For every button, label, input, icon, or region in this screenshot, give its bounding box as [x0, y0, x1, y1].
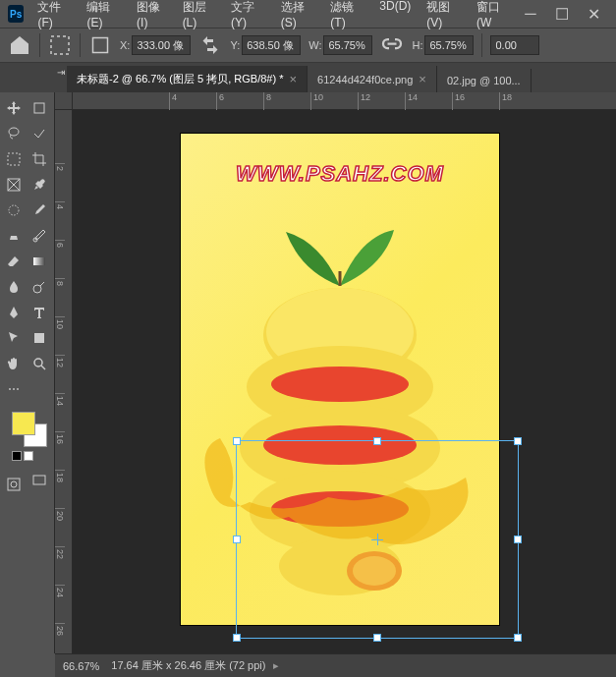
ruler-tick: 18	[55, 470, 65, 508]
swap-xy-icon[interactable]	[198, 33, 222, 57]
document-dimensions[interactable]: 17.64 厘米 x 26.46 厘米 (72 ppi) ▸	[111, 658, 278, 673]
reference-point-icon[interactable]	[88, 33, 112, 57]
dodge-tool[interactable]	[28, 275, 51, 299]
ruler-tick: 6	[216, 92, 263, 110]
w-field: W:	[308, 35, 372, 55]
svg-rect-8	[33, 257, 45, 265]
ruler-tick: 12	[358, 92, 405, 110]
transform-handle-mr[interactable]	[514, 536, 522, 543]
transform-handle-br[interactable]	[514, 634, 522, 642]
menu-filter[interactable]: 滤镜(T)	[324, 0, 369, 33]
menu-3d[interactable]: 3D(D)	[373, 0, 417, 33]
move-tool[interactable]	[2, 96, 26, 120]
menu-type[interactable]: 文字(Y)	[225, 0, 271, 33]
menu-view[interactable]: 视图(V)	[420, 0, 467, 33]
gradient-tool[interactable]	[28, 250, 51, 273]
path-select-tool[interactable]	[2, 326, 26, 350]
edit-toolbar[interactable]: ⋯	[2, 377, 26, 401]
w-input[interactable]	[323, 35, 372, 55]
ruler-tick: 10	[310, 92, 358, 110]
canvas-area[interactable]: 4 6 8 10 12 14 16 18 2 4 6 8 10 12 14 16…	[55, 92, 616, 653]
divider	[481, 33, 482, 57]
document-canvas[interactable]: WWW.PSAHZ.COM	[181, 134, 499, 625]
lasso-tool[interactable]	[2, 122, 26, 145]
home-icon[interactable]	[8, 33, 31, 57]
collapse-tabs-icon[interactable]: ⇥	[55, 65, 67, 79]
swap-colors-icon[interactable]	[24, 451, 33, 461]
foreground-color-swatch[interactable]	[12, 412, 35, 435]
marquee-tool[interactable]	[2, 147, 26, 171]
h-input[interactable]	[424, 35, 474, 55]
menu-image[interactable]: 图像(I)	[131, 0, 173, 33]
menu-window[interactable]: 窗口(W	[471, 0, 516, 33]
tab-document-2[interactable]: 61244d424f0ce.png ×	[308, 66, 437, 92]
ruler-horizontal[interactable]: 4 6 8 10 12 14 16 18	[73, 92, 616, 110]
eraser-tool[interactable]	[2, 250, 26, 273]
tab-close-icon[interactable]: ×	[289, 72, 297, 86]
zoom-tool[interactable]	[28, 352, 51, 375]
frame-tool[interactable]	[2, 173, 26, 197]
link-wh-icon[interactable]	[380, 33, 404, 57]
tab-document-1[interactable]: 未标题-2 @ 66.7% (图层 5 拷贝, RGB/8#) * ×	[67, 66, 308, 92]
shape-tool[interactable]	[28, 326, 51, 350]
history-brush-tool[interactable]	[28, 224, 51, 248]
ruler-tick: 4	[169, 92, 216, 110]
minimize-button[interactable]: ─	[516, 3, 545, 25]
x-input[interactable]	[132, 35, 191, 55]
transform-handle-bc[interactable]	[373, 634, 381, 642]
ruler-tick: 24	[55, 585, 65, 623]
tab-document-3[interactable]: 02.jpg @ 100...	[437, 69, 532, 92]
svg-point-6	[9, 205, 19, 215]
ruler-tick: 4	[55, 201, 65, 240]
tab-label: 未标题-2 @ 66.7% (图层 5 拷贝, RGB/8#) *	[77, 72, 283, 86]
tab-close-icon[interactable]: ×	[419, 72, 426, 86]
menu-layer[interactable]: 图层(L)	[177, 0, 221, 33]
close-button[interactable]: ✕	[579, 3, 608, 25]
color-swatches	[2, 406, 57, 467]
y-field: Y:	[230, 35, 301, 55]
main-area: ⋯ 4 6 8 10 12 14 16 18	[0, 92, 616, 653]
transform-handle-tr[interactable]	[514, 437, 522, 445]
pen-tool[interactable]	[2, 301, 26, 324]
svg-rect-2	[34, 103, 44, 113]
menu-file[interactable]: 文件(F)	[31, 0, 77, 33]
ruler-tick: 22	[55, 546, 65, 585]
menu-select[interactable]: 选择(S)	[275, 0, 321, 33]
clone-stamp-tool[interactable]	[2, 224, 26, 248]
crop-tool[interactable]	[28, 147, 51, 171]
ruler-vertical[interactable]: 2 4 6 8 10 12 14 16 18 20 22 24 26	[55, 110, 73, 653]
menu-edit[interactable]: 编辑(E)	[81, 0, 127, 33]
svg-rect-12	[8, 479, 20, 490]
zoom-level[interactable]: 66.67%	[63, 660, 99, 672]
svg-rect-1	[93, 38, 108, 53]
divider	[39, 33, 40, 57]
type-tool[interactable]	[28, 301, 51, 324]
maximize-button[interactable]: ☐	[547, 3, 577, 25]
ruler-origin[interactable]	[55, 92, 73, 110]
svg-point-13	[11, 481, 17, 487]
ruler-tick: 14	[55, 393, 65, 431]
quick-select-tool[interactable]	[28, 122, 51, 145]
eyedropper-tool[interactable]	[28, 173, 51, 197]
transform-handle-bl[interactable]	[233, 634, 241, 642]
x-label: X:	[120, 39, 130, 51]
y-input[interactable]	[242, 35, 301, 55]
hand-tool[interactable]	[2, 352, 26, 375]
titlebar: Ps 文件(F) 编辑(E) 图像(I) 图层(L) 文字(Y) 选择(S) 滤…	[0, 0, 616, 28]
brush-tool[interactable]	[28, 198, 51, 222]
default-colors-icon[interactable]	[12, 451, 22, 461]
screen-mode-icon[interactable]	[28, 469, 51, 492]
transform-preset-icon[interactable]	[48, 33, 72, 57]
svg-rect-10	[34, 333, 44, 343]
ruler-tick: 16	[452, 92, 499, 110]
artboard-tool[interactable]	[28, 96, 51, 120]
ruler-tick: 8	[263, 92, 310, 110]
ruler-tick: 20	[55, 508, 65, 546]
angle-input[interactable]	[490, 35, 539, 55]
blur-tool[interactable]	[2, 275, 26, 299]
spot-heal-tool[interactable]	[2, 198, 26, 222]
ruler-tick: 18	[499, 92, 546, 110]
watermark-text: WWW.PSAHZ.COM	[236, 161, 444, 187]
ruler-tick: 26	[55, 623, 65, 653]
quick-mask-icon[interactable]	[2, 473, 26, 496]
